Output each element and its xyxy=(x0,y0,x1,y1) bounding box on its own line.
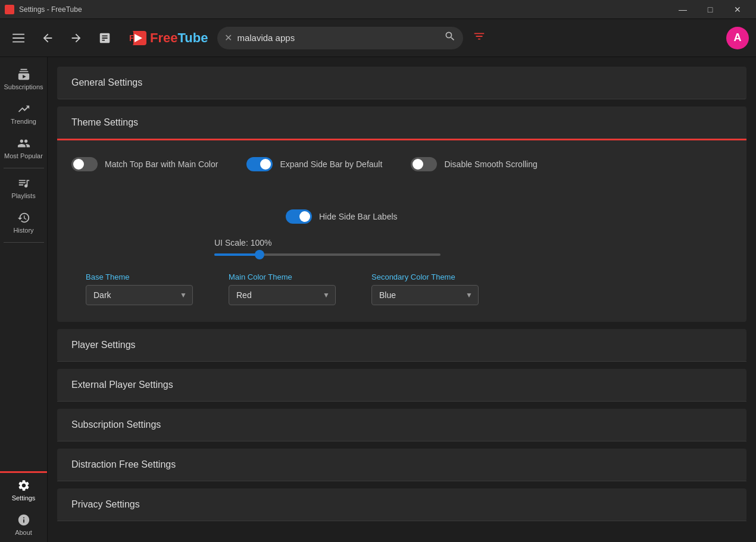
logo-icon: F xyxy=(126,27,148,49)
title-bar-controls: — □ ✕ xyxy=(669,0,751,19)
external-player-settings-title: External Player Settings xyxy=(71,380,173,390)
avatar[interactable]: A xyxy=(726,27,749,49)
sidebar-item-history[interactable]: History xyxy=(0,205,47,240)
history-icon xyxy=(17,211,30,224)
maximize-button[interactable]: □ xyxy=(696,0,724,19)
sidebar-label-subscriptions: Subscriptions xyxy=(4,83,43,90)
sidebar-item-most-popular[interactable]: Most Popular xyxy=(0,131,47,165)
player-settings-section[interactable]: Player Settings xyxy=(57,329,746,362)
privacy-settings-section[interactable]: Privacy Settings xyxy=(57,488,746,521)
svg-rect-1 xyxy=(13,37,24,39)
search-clear-button[interactable]: ✕ xyxy=(224,32,232,43)
base-theme-group: Base Theme Dark Light Black ▼ xyxy=(86,272,193,305)
ui-scale-section: UI Scale: 100% xyxy=(214,238,732,256)
sidebar-item-about[interactable]: About xyxy=(0,507,47,542)
main-color-wrapper: Red Blue Green Purple ▼ xyxy=(229,285,336,305)
player-settings-header[interactable]: Player Settings xyxy=(57,329,746,362)
title-bar-title: Settings - FreeTube xyxy=(19,5,82,14)
main-color-group: Main Color Theme Red Blue Green Purple ▼ xyxy=(229,272,336,305)
general-settings-section[interactable]: General Settings xyxy=(57,67,746,99)
sidebar-item-subscriptions[interactable]: Subscriptions xyxy=(0,62,47,96)
subscription-settings-section[interactable]: Subscription Settings xyxy=(57,409,746,441)
theme-settings-section: Theme Settings Match Top Bar with Main C… xyxy=(57,106,746,322)
forward-button[interactable] xyxy=(64,26,88,50)
subscriptions-icon xyxy=(17,68,30,81)
sidebar: Subscriptions Trending Most Popular Play… xyxy=(0,57,48,542)
distraction-free-settings-section[interactable]: Distraction Free Settings xyxy=(57,449,746,481)
theme-settings-body: Match Top Bar with Main Color Expand Sid… xyxy=(57,140,746,322)
distraction-free-settings-header[interactable]: Distraction Free Settings xyxy=(57,449,746,481)
general-settings-title: General Settings xyxy=(71,77,732,88)
minimize-button[interactable]: — xyxy=(669,0,696,19)
subscription-settings-header[interactable]: Subscription Settings xyxy=(57,409,746,441)
title-bar: Settings - FreeTube — □ ✕ xyxy=(0,0,756,19)
subscription-settings-title: Subscription Settings xyxy=(71,419,161,430)
base-theme-wrapper: Dark Light Black ▼ xyxy=(86,285,193,305)
svg-rect-2 xyxy=(13,41,24,42)
base-theme-label: Base Theme xyxy=(86,272,193,281)
sidebar-item-settings[interactable]: Settings xyxy=(0,473,47,507)
secondary-color-select[interactable]: Blue Red Green Purple xyxy=(371,285,479,305)
filter-icon xyxy=(473,30,486,43)
toggle-knob xyxy=(73,159,84,170)
svg-rect-0 xyxy=(13,33,24,35)
toggle-disable-smooth-scrolling: Disable Smooth Scrolling xyxy=(411,157,537,171)
sidebar-divider-2 xyxy=(4,242,44,243)
toggle-expand-sidebar: Expand Side Bar by Default xyxy=(246,157,382,171)
new-window-button[interactable] xyxy=(93,26,117,50)
search-button[interactable] xyxy=(444,30,456,45)
sidebar-item-playlists[interactable]: Playlists xyxy=(0,171,47,205)
external-player-settings-header[interactable]: External Player Settings xyxy=(57,369,746,402)
main-content: General Settings Theme Settings Match To… xyxy=(48,57,756,542)
toggle-match-top-bar-label: Match Top Bar with Main Color xyxy=(105,159,218,169)
new-window-icon xyxy=(98,32,111,45)
distraction-free-settings-title: Distraction Free Settings xyxy=(71,459,176,470)
menu-button[interactable] xyxy=(7,26,31,50)
logo: F FreeTube xyxy=(126,27,208,49)
toggle-disable-smooth-scrolling-switch[interactable] xyxy=(411,157,437,171)
secondary-color-label: Secondary Color Theme xyxy=(371,272,479,281)
sidebar-divider-1 xyxy=(4,168,44,168)
toggle-expand-sidebar-switch[interactable] xyxy=(246,157,273,171)
sidebar-item-trending[interactable]: Trending xyxy=(0,96,47,131)
dropdown-row: Base Theme Dark Light Black ▼ Main Color… xyxy=(86,272,732,305)
theme-settings-header[interactable]: Theme Settings xyxy=(57,106,746,140)
sidebar-label-most-popular: Most Popular xyxy=(4,152,43,159)
toggle-match-top-bar-switch[interactable] xyxy=(71,157,98,171)
sidebar-bottom: Settings About xyxy=(0,471,47,542)
base-theme-select[interactable]: Dark Light Black xyxy=(86,285,193,305)
toggle-knob xyxy=(413,159,423,170)
hamburger-icon xyxy=(13,32,26,45)
search-input[interactable] xyxy=(237,33,443,43)
back-button[interactable] xyxy=(36,26,60,50)
app-body: Subscriptions Trending Most Popular Play… xyxy=(0,57,756,542)
main-color-label: Main Color Theme xyxy=(229,272,336,281)
forward-icon xyxy=(70,32,83,45)
playlists-icon xyxy=(17,177,30,190)
top-nav: F FreeTube ✕ A xyxy=(0,19,756,57)
privacy-settings-header[interactable]: Privacy Settings xyxy=(57,488,746,521)
toggle-hide-sidebar-labels-switch[interactable] xyxy=(286,209,312,224)
player-settings-title: Player Settings xyxy=(71,340,136,350)
sidebar-label-history: History xyxy=(13,227,33,234)
main-color-select[interactable]: Red Blue Green Purple xyxy=(229,285,336,305)
sidebar-label-playlists: Playlists xyxy=(11,192,35,199)
theme-settings-title: Theme Settings xyxy=(71,117,732,128)
settings-icon xyxy=(17,479,30,492)
back-icon xyxy=(41,32,54,45)
filter-button[interactable] xyxy=(473,30,486,46)
title-bar-left: Settings - FreeTube xyxy=(5,5,82,14)
search-bar: ✕ xyxy=(217,27,463,49)
secondary-color-group: Secondary Color Theme Blue Red Green Pur… xyxy=(371,272,479,305)
toggle-knob xyxy=(260,159,271,170)
toggle-group: Match Top Bar with Main Color Expand Sid… xyxy=(71,157,732,224)
toggle-disable-smooth-scrolling-label: Disable Smooth Scrolling xyxy=(444,159,537,169)
ui-scale-thumb[interactable] xyxy=(255,250,264,259)
logo-text: FreeTube xyxy=(150,30,208,46)
close-button[interactable]: ✕ xyxy=(724,0,751,19)
toggle-expand-sidebar-label: Expand Side Bar by Default xyxy=(280,159,382,169)
sidebar-label-settings: Settings xyxy=(12,494,36,502)
ui-scale-fill xyxy=(214,253,260,256)
external-player-settings-section[interactable]: External Player Settings xyxy=(57,369,746,402)
sidebar-label-trending: Trending xyxy=(11,118,36,125)
